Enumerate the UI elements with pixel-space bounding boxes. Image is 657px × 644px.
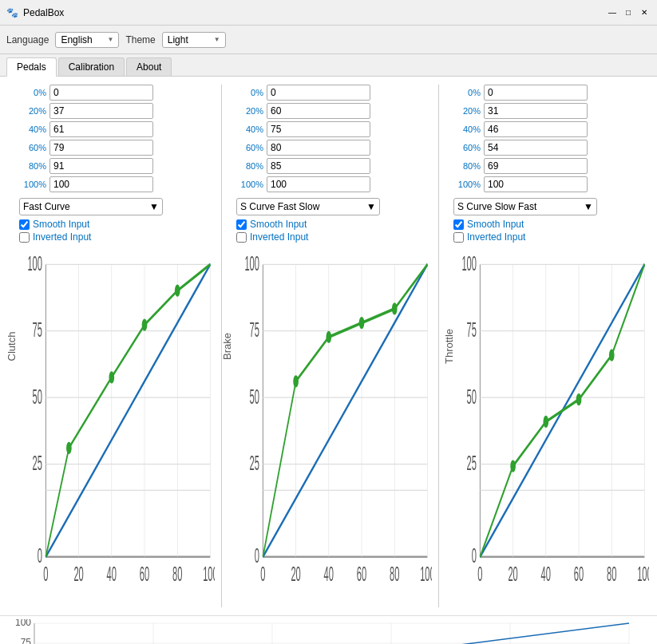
language-dropdown[interactable]: English ▼ — [55, 32, 119, 48]
clutch-inverted-checkbox[interactable] — [19, 232, 30, 243]
clutch-panel: Clutch 0% 20% 40% 60% — [8, 85, 222, 607]
svg-text:40: 40 — [324, 563, 334, 585]
throttle-chart: 100 75 50 25 0 0 20 40 60 80 100 — [453, 244, 649, 607]
maximize-button[interactable]: □ — [622, 6, 635, 19]
tab-calibration[interactable]: Calibration — [58, 57, 125, 76]
clutch-80pct-label: 80% — [19, 161, 46, 171]
svg-text:100: 100 — [15, 619, 31, 628]
svg-point-54 — [359, 317, 365, 329]
theme-dropdown[interactable]: Light ▼ — [162, 32, 226, 48]
tab-pedals[interactable]: Pedals — [6, 57, 57, 77]
clutch-0pct-input[interactable] — [49, 85, 153, 101]
clutch-curve-row: Fast Curve ▼ — [8, 198, 215, 215]
close-button[interactable]: ✕ — [638, 6, 651, 19]
svg-text:20: 20 — [291, 563, 300, 585]
svg-text:50: 50 — [467, 385, 477, 407]
svg-text:25: 25 — [467, 452, 477, 474]
brake-40pct-label: 40% — [236, 124, 263, 134]
combined-chart: 100 75 50 25 0 0 20 40 60 80 100 — [6, 619, 637, 644]
brake-inverted-checkbox[interactable] — [236, 232, 247, 243]
svg-point-25 — [109, 371, 114, 383]
clutch-80pct-input[interactable] — [49, 158, 153, 174]
clutch-20pct-row: 20% — [19, 103, 215, 119]
clutch-0pct-row: 0% — [19, 85, 215, 101]
throttle-20pct-row: 20% — [453, 103, 649, 119]
brake-0pct-label: 0% — [236, 88, 263, 97]
svg-line-23 — [46, 264, 210, 557]
brake-curve-select[interactable]: S Curve Fast Slow ▼ — [236, 198, 380, 215]
throttle-inverted-label[interactable]: Inverted Input — [467, 231, 525, 243]
combined-chart-section: 100 75 50 25 0 0 20 40 60 80 100 Input/s — [0, 615, 657, 644]
clutch-chart-container: 100 75 50 25 0 0 20 40 60 80 100 — [8, 244, 215, 607]
throttle-80pct-row: 80% — [453, 158, 649, 174]
svg-point-24 — [66, 442, 72, 454]
throttle-40pct-input[interactable] — [484, 121, 588, 137]
throttle-0pct-input[interactable] — [484, 85, 588, 101]
language-value: English — [61, 34, 92, 45]
clutch-100pct-input[interactable] — [49, 176, 153, 192]
svg-text:40: 40 — [541, 563, 551, 585]
throttle-smooth-checkbox[interactable] — [453, 219, 464, 230]
clutch-curve-select[interactable]: Fast Curve ▼ — [19, 198, 163, 215]
clutch-60pct-label: 60% — [19, 143, 46, 152]
brake-smooth-label[interactable]: Smooth Input — [250, 219, 307, 230]
svg-text:60: 60 — [574, 563, 584, 585]
svg-text:25: 25 — [33, 452, 42, 474]
pedals-row: Clutch 0% 20% 40% 60% — [8, 85, 649, 607]
svg-line-106 — [34, 623, 629, 644]
throttle-0pct-label: 0% — [453, 88, 481, 97]
throttle-smooth-label[interactable]: Smooth Input — [467, 219, 524, 230]
clutch-smooth-row: Smooth Input — [8, 219, 215, 230]
clutch-60pct-row: 60% — [19, 140, 215, 156]
svg-text:0: 0 — [255, 544, 259, 567]
brake-smooth-checkbox[interactable] — [236, 219, 247, 230]
clutch-60pct-input[interactable] — [49, 140, 153, 156]
svg-point-52 — [293, 375, 299, 387]
clutch-inverted-label[interactable]: Inverted Input — [33, 231, 91, 243]
clutch-smooth-checkbox[interactable] — [19, 219, 30, 230]
clutch-80pct-row: 80% — [19, 158, 215, 174]
language-dropdown-arrow: ▼ — [107, 36, 113, 43]
svg-point-81 — [543, 416, 548, 428]
brake-100pct-input[interactable] — [267, 176, 370, 192]
svg-text:60: 60 — [357, 563, 366, 585]
brake-inverted-row: Inverted Input — [225, 231, 432, 243]
throttle-60pct-input[interactable] — [484, 140, 588, 156]
minimize-button[interactable]: — — [606, 6, 619, 19]
svg-line-51 — [263, 264, 427, 557]
clutch-40pct-input[interactable] — [49, 121, 153, 137]
throttle-smooth-row: Smooth Input — [442, 219, 649, 230]
svg-point-83 — [609, 349, 615, 361]
throttle-100pct-input[interactable] — [484, 176, 588, 192]
brake-inverted-label[interactable]: Inverted Input — [250, 231, 308, 243]
tab-about[interactable]: About — [126, 57, 172, 76]
svg-text:75: 75 — [33, 318, 42, 341]
throttle-inverted-checkbox[interactable] — [453, 232, 464, 243]
clutch-smooth-label[interactable]: Smooth Input — [33, 219, 89, 230]
main-content: Clutch 0% 20% 40% 60% — [0, 77, 657, 615]
svg-text:40: 40 — [107, 563, 117, 585]
clutch-20pct-input[interactable] — [49, 103, 153, 119]
throttle-20pct-input[interactable] — [484, 103, 588, 119]
throttle-inputs: 0% 20% 40% 60% 80% — [442, 85, 649, 195]
theme-value: Light — [168, 34, 188, 45]
brake-40pct-input[interactable] — [267, 121, 370, 137]
clutch-100pct-label: 100% — [19, 180, 46, 189]
svg-text:75: 75 — [250, 318, 259, 341]
brake-60pct-input[interactable] — [267, 140, 370, 156]
brake-20pct-input[interactable] — [267, 103, 370, 119]
clutch-curve-arrow: ▼ — [149, 201, 159, 212]
svg-text:80: 80 — [390, 563, 399, 585]
svg-text:100: 100 — [637, 563, 649, 585]
throttle-80pct-input[interactable] — [484, 158, 588, 174]
brake-80pct-input[interactable] — [267, 158, 370, 174]
svg-point-27 — [175, 285, 180, 297]
theme-dropdown-arrow: ▼ — [214, 36, 220, 43]
clutch-40pct-row: 40% — [19, 121, 215, 137]
throttle-100pct-label: 100% — [453, 180, 481, 189]
svg-text:0: 0 — [43, 563, 48, 585]
svg-text:20: 20 — [73, 563, 83, 585]
throttle-curve-select[interactable]: S Curve Slow Fast ▼ — [453, 198, 597, 215]
brake-80pct-row: 80% — [236, 158, 432, 174]
brake-0pct-input[interactable] — [267, 85, 370, 101]
